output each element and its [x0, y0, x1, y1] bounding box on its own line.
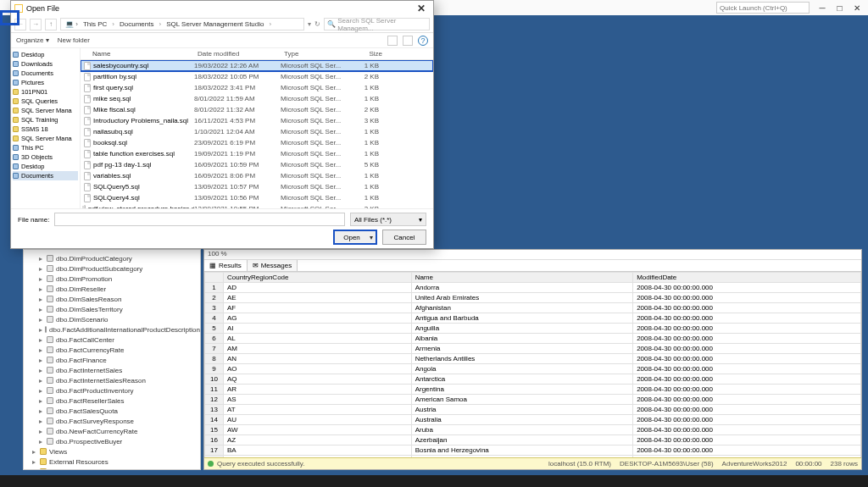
tree-node-folder[interactable]: ▸External Resources [25, 457, 198, 467]
nav-tree-item[interactable]: Documents [13, 171, 78, 180]
dialog-titlebar[interactable]: Open File ✕ [11, 1, 433, 16]
nav-tree-item[interactable]: SSMS 18 [13, 125, 78, 134]
result-row[interactable]: 15AWAruba2008-04-30 00:00:00.000 [205, 425, 861, 435]
file-row[interactable]: SQLQuery4.sql13/09/2021 10:56 PMMicrosof… [81, 192, 433, 203]
tree-node-table[interactable]: ▸dbo.DimProductSubcategory [25, 263, 198, 274]
nav-up-icon[interactable]: ↑ [45, 19, 57, 30]
tree-node-table[interactable]: ▸dbo.FactResellerSales [25, 396, 198, 406]
result-row[interactable]: 3AFAfghanistan2008-04-30 00:00:00.000 [205, 303, 861, 313]
nav-tree-item[interactable]: Documents [13, 69, 78, 78]
nav-tree-item[interactable]: 101PN01 [13, 87, 78, 97]
minimize-icon[interactable]: ─ [815, 3, 830, 13]
breadcrumb-segment[interactable]: Documents [117, 20, 156, 28]
result-col-header[interactable]: CountryRegionCode [224, 273, 412, 283]
tree-node-folder[interactable]: ▸Views [25, 446, 198, 457]
cancel-button[interactable]: Cancel [382, 230, 426, 245]
nav-forward-icon[interactable]: → [30, 19, 42, 30]
result-row[interactable]: 17BABosnia and Herzegovina2008-04-30 00:… [205, 445, 861, 456]
nav-tree-item[interactable]: SQL Queries [13, 97, 78, 106]
object-explorer-panel[interactable]: ▸dbo.DimProductCategory▸dbo.DimProductSu… [23, 249, 201, 470]
file-row[interactable]: partition by.sql18/03/2022 10:05 PMMicro… [81, 71, 433, 82]
nav-tree-item[interactable]: This PC [13, 143, 78, 152]
result-row[interactable]: 13ATAustria2008-04-30 00:00:00.000 [205, 405, 861, 415]
col-size[interactable]: Size [345, 50, 386, 58]
tree-node-table[interactable]: ▸dbo.FactCurrencyRate [25, 345, 198, 355]
tree-node-table[interactable]: ▸dbo.DimScenario [25, 314, 198, 324]
result-col-header[interactable]: ModifiedDate [633, 273, 861, 283]
tree-node-table[interactable]: ▸dbo.DimProductCategory [25, 253, 198, 263]
tree-node-table[interactable]: ▸dbo.DimPromotion [25, 274, 198, 284]
new-folder-button[interactable]: New folder [58, 36, 90, 44]
tree-node-table[interactable]: ▸dbo.ProspectiveBuyer [25, 436, 198, 446]
tab-messages[interactable]: ✉Messages [248, 260, 298, 271]
tree-node-table[interactable]: ▸dbo.FactCallCenter [25, 335, 198, 345]
tree-node-table[interactable]: ▸dbo.FactSurveyResponse [25, 416, 198, 426]
preview-pane-icon[interactable] [403, 36, 413, 46]
file-row[interactable]: SQLQuery5.sql13/09/2021 10:57 PMMicrosof… [81, 181, 433, 192]
help-icon[interactable]: ? [418, 36, 428, 46]
file-row[interactable]: Mike fiscal.sql8/01/2022 11:32 AMMicroso… [81, 104, 433, 115]
breadcrumb-segment[interactable]: SQL Server Management Studio [164, 20, 266, 28]
tree-node-table[interactable]: ▸dbo.FactAdditionalInternationalProductD… [25, 324, 198, 335]
result-row[interactable]: 2AEUnited Arab Emirates2008-04-30 00:00:… [205, 293, 861, 303]
result-row[interactable]: 7AMArmenia2008-04-30 00:00:00.000 [205, 344, 861, 354]
breadcrumb[interactable]: 💻 › This PC›Documents›SQL Server Managem… [60, 18, 304, 30]
result-row[interactable]: 6ALAlbania2008-04-30 00:00:00.000 [205, 334, 861, 344]
nav-tree-item[interactable]: SQL Training [13, 115, 78, 125]
result-col-header[interactable]: Name [411, 273, 633, 283]
col-type[interactable]: Type [281, 50, 345, 58]
maximize-icon[interactable]: □ [832, 3, 847, 13]
nav-tree-item[interactable]: SQL Server Mana [13, 134, 78, 143]
tree-node-table[interactable]: ▸dbo.NewFactCurrencyRate [25, 426, 198, 436]
tree-node-table[interactable]: ▸dbo.FactProductInventory [25, 385, 198, 396]
file-row[interactable]: first query.sql18/03/2022 3:41 PMMicroso… [81, 82, 433, 93]
result-row[interactable]: 11ARArgentina2008-04-30 00:00:00.000 [205, 385, 861, 395]
result-row[interactable]: 8ANNetherlands Antilles2008-04-30 00:00:… [205, 354, 861, 364]
tree-node-table[interactable]: ▸dbo.DimReseller [25, 284, 198, 294]
nav-tree-item[interactable]: Downloads [13, 59, 78, 69]
file-row[interactable]: nailasubq.sql1/10/2021 12:04 AMMicrosoft… [81, 126, 433, 137]
tree-node-table[interactable]: ▸dbo.DimSalesTerritory [25, 304, 198, 314]
file-row[interactable]: salesbycountry.sql19/03/2022 12:26 AMMic… [81, 60, 433, 71]
tab-results[interactable]: ▦Results [204, 260, 248, 271]
dialog-nav-tree[interactable]: DesktopDownloadsDocumentsPictures101PN01… [11, 48, 81, 208]
result-row[interactable]: 4AGAntigua and Barbuda2008-04-30 00:00:0… [205, 313, 861, 324]
result-row[interactable]: 16AZAzerbaijan2008-04-30 00:00:00.000 [205, 435, 861, 445]
file-row[interactable]: table function exercises.sql19/09/2021 1… [81, 148, 433, 159]
tree-node-table[interactable]: ▸dbo.FactSalesQuota [25, 406, 198, 416]
nav-tree-item[interactable]: Desktop [13, 50, 78, 59]
close-icon[interactable]: ✕ [849, 3, 865, 13]
file-row[interactable]: variables.sql16/09/2021 8:06 PMMicrosoft… [81, 170, 433, 181]
result-row[interactable]: 9AOAngola2008-04-30 00:00:00.000 [205, 364, 861, 374]
result-row[interactable]: 14AUAustralia2008-04-30 00:00:00.000 [205, 415, 861, 425]
organize-button[interactable]: Organize ▾ [16, 36, 49, 44]
result-row[interactable]: 1ADAndorra2008-04-30 00:00:00.000 [205, 283, 861, 293]
file-name-input[interactable] [54, 213, 345, 226]
col-date[interactable]: Date modified [194, 50, 281, 58]
tree-node-table[interactable]: ▸dbo.DimSalesReason [25, 294, 198, 304]
result-row[interactable]: 12ASAmerican Samoa2008-04-30 00:00:00.00… [205, 395, 861, 405]
file-row[interactable]: mike seq.sql8/01/2022 11:59 AMMicrosoft … [81, 93, 433, 104]
open-button[interactable]: Open [333, 230, 377, 245]
nav-tree-item[interactable]: 3D Objects [13, 152, 78, 162]
view-options-icon[interactable] [387, 36, 398, 46]
tree-node-table[interactable]: ▸dbo.FactInternetSales [25, 365, 198, 375]
file-row[interactable]: booksql.sql23/09/2021 6:19 PMMicrosoft S… [81, 137, 433, 148]
nav-tree-item[interactable]: Desktop [13, 162, 78, 171]
result-row[interactable]: 10AQAntarctica2008-04-30 00:00:00.000 [205, 374, 861, 385]
col-name[interactable]: Name [81, 50, 194, 58]
tree-node-table[interactable]: ▸dbo.FactFinance [25, 355, 198, 365]
nav-tree-item[interactable]: Pictures [13, 78, 78, 87]
nav-back-icon[interactable]: ← [14, 19, 26, 30]
dialog-search-input[interactable]: 🔍 Search SQL Server Managem... [324, 18, 430, 30]
breadcrumb-segment[interactable]: This PC [81, 20, 109, 28]
nav-tree-item[interactable]: SQL Server Mana [13, 106, 78, 115]
tree-node-table[interactable]: ▸dbo.FactInternetSalesReason [25, 375, 198, 385]
result-row[interactable]: 5AIAnguilla2008-04-30 00:00:00.000 [205, 324, 861, 334]
file-row[interactable]: pdf pg-13 day-1.sql16/09/2021 10:59 PMMi… [81, 159, 433, 170]
tree-node-folder[interactable]: ▸Synonyms [25, 467, 198, 470]
file-type-filter[interactable]: All Files (*.*)▾ [350, 213, 426, 226]
quick-launch-input[interactable] [716, 2, 810, 14]
windows-taskbar[interactable] [0, 475, 868, 487]
dialog-close-icon[interactable]: ✕ [413, 3, 430, 14]
